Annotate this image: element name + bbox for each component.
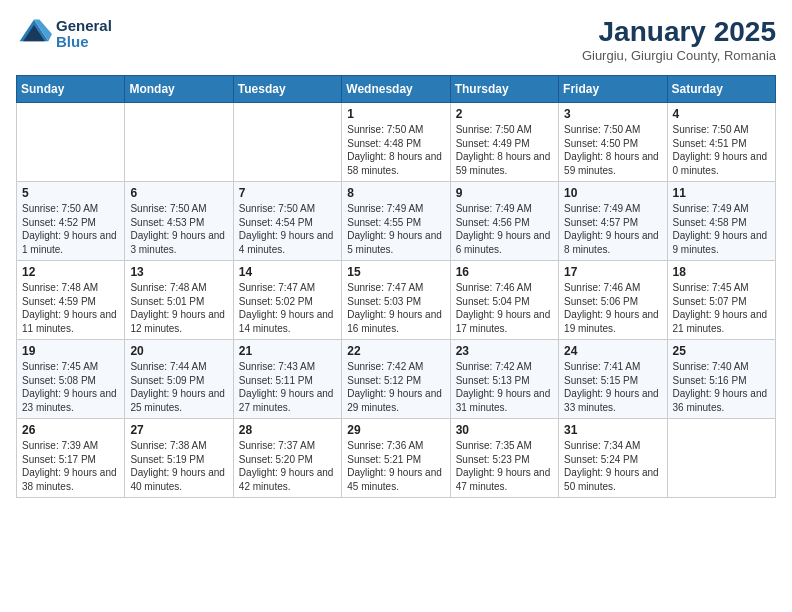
cell-content: Sunrise: 7:42 AM Sunset: 5:13 PM Dayligh…	[456, 360, 553, 414]
day-number: 26	[22, 423, 119, 437]
day-number: 28	[239, 423, 336, 437]
day-number: 31	[564, 423, 661, 437]
location-text: Giurgiu, Giurgiu County, Romania	[582, 48, 776, 63]
logo-blue-text: Blue	[56, 34, 112, 51]
month-title: January 2025	[582, 16, 776, 48]
day-number: 8	[347, 186, 444, 200]
page-header: General Blue January 2025 Giurgiu, Giurg…	[16, 16, 776, 63]
day-number: 15	[347, 265, 444, 279]
cell-content: Sunrise: 7:42 AM Sunset: 5:12 PM Dayligh…	[347, 360, 444, 414]
cell-content: Sunrise: 7:36 AM Sunset: 5:21 PM Dayligh…	[347, 439, 444, 493]
calendar-cell: 17Sunrise: 7:46 AM Sunset: 5:06 PM Dayli…	[559, 261, 667, 340]
calendar-cell: 10Sunrise: 7:49 AM Sunset: 4:57 PM Dayli…	[559, 182, 667, 261]
cell-content: Sunrise: 7:49 AM Sunset: 4:56 PM Dayligh…	[456, 202, 553, 256]
cell-content: Sunrise: 7:49 AM Sunset: 4:58 PM Dayligh…	[673, 202, 770, 256]
calendar-cell: 3Sunrise: 7:50 AM Sunset: 4:50 PM Daylig…	[559, 103, 667, 182]
cell-content: Sunrise: 7:49 AM Sunset: 4:57 PM Dayligh…	[564, 202, 661, 256]
calendar-cell: 9Sunrise: 7:49 AM Sunset: 4:56 PM Daylig…	[450, 182, 558, 261]
day-number: 12	[22, 265, 119, 279]
cell-content: Sunrise: 7:48 AM Sunset: 4:59 PM Dayligh…	[22, 281, 119, 335]
weekday-header-sunday: Sunday	[17, 76, 125, 103]
calendar-cell: 16Sunrise: 7:46 AM Sunset: 5:04 PM Dayli…	[450, 261, 558, 340]
weekday-header-wednesday: Wednesday	[342, 76, 450, 103]
weekday-header-saturday: Saturday	[667, 76, 775, 103]
cell-content: Sunrise: 7:50 AM Sunset: 4:51 PM Dayligh…	[673, 123, 770, 177]
calendar-cell: 1Sunrise: 7:50 AM Sunset: 4:48 PM Daylig…	[342, 103, 450, 182]
cell-content: Sunrise: 7:50 AM Sunset: 4:49 PM Dayligh…	[456, 123, 553, 177]
day-number: 14	[239, 265, 336, 279]
cell-content: Sunrise: 7:40 AM Sunset: 5:16 PM Dayligh…	[673, 360, 770, 414]
calendar-cell: 21Sunrise: 7:43 AM Sunset: 5:11 PM Dayli…	[233, 340, 341, 419]
day-number: 21	[239, 344, 336, 358]
calendar-table: SundayMondayTuesdayWednesdayThursdayFrid…	[16, 75, 776, 498]
cell-content: Sunrise: 7:41 AM Sunset: 5:15 PM Dayligh…	[564, 360, 661, 414]
calendar-week-row: 19Sunrise: 7:45 AM Sunset: 5:08 PM Dayli…	[17, 340, 776, 419]
calendar-cell: 13Sunrise: 7:48 AM Sunset: 5:01 PM Dayli…	[125, 261, 233, 340]
calendar-week-row: 26Sunrise: 7:39 AM Sunset: 5:17 PM Dayli…	[17, 419, 776, 498]
logo-general-text: General	[56, 18, 112, 35]
calendar-cell: 28Sunrise: 7:37 AM Sunset: 5:20 PM Dayli…	[233, 419, 341, 498]
day-number: 16	[456, 265, 553, 279]
day-number: 5	[22, 186, 119, 200]
cell-content: Sunrise: 7:48 AM Sunset: 5:01 PM Dayligh…	[130, 281, 227, 335]
calendar-cell: 5Sunrise: 7:50 AM Sunset: 4:52 PM Daylig…	[17, 182, 125, 261]
calendar-cell	[667, 419, 775, 498]
calendar-cell: 23Sunrise: 7:42 AM Sunset: 5:13 PM Dayli…	[450, 340, 558, 419]
weekday-header-tuesday: Tuesday	[233, 76, 341, 103]
cell-content: Sunrise: 7:45 AM Sunset: 5:08 PM Dayligh…	[22, 360, 119, 414]
calendar-cell	[233, 103, 341, 182]
cell-content: Sunrise: 7:47 AM Sunset: 5:02 PM Dayligh…	[239, 281, 336, 335]
calendar-cell: 19Sunrise: 7:45 AM Sunset: 5:08 PM Dayli…	[17, 340, 125, 419]
cell-content: Sunrise: 7:43 AM Sunset: 5:11 PM Dayligh…	[239, 360, 336, 414]
calendar-week-row: 1Sunrise: 7:50 AM Sunset: 4:48 PM Daylig…	[17, 103, 776, 182]
calendar-cell: 20Sunrise: 7:44 AM Sunset: 5:09 PM Dayli…	[125, 340, 233, 419]
weekday-header-thursday: Thursday	[450, 76, 558, 103]
calendar-cell: 27Sunrise: 7:38 AM Sunset: 5:19 PM Dayli…	[125, 419, 233, 498]
logo-icon	[16, 16, 52, 52]
day-number: 1	[347, 107, 444, 121]
weekday-header-monday: Monday	[125, 76, 233, 103]
calendar-cell: 14Sunrise: 7:47 AM Sunset: 5:02 PM Dayli…	[233, 261, 341, 340]
logo: General Blue	[16, 16, 112, 52]
cell-content: Sunrise: 7:50 AM Sunset: 4:53 PM Dayligh…	[130, 202, 227, 256]
cell-content: Sunrise: 7:46 AM Sunset: 5:04 PM Dayligh…	[456, 281, 553, 335]
day-number: 6	[130, 186, 227, 200]
weekday-header-row: SundayMondayTuesdayWednesdayThursdayFrid…	[17, 76, 776, 103]
weekday-header-friday: Friday	[559, 76, 667, 103]
cell-content: Sunrise: 7:47 AM Sunset: 5:03 PM Dayligh…	[347, 281, 444, 335]
cell-content: Sunrise: 7:35 AM Sunset: 5:23 PM Dayligh…	[456, 439, 553, 493]
day-number: 27	[130, 423, 227, 437]
calendar-cell: 30Sunrise: 7:35 AM Sunset: 5:23 PM Dayli…	[450, 419, 558, 498]
calendar-cell: 12Sunrise: 7:48 AM Sunset: 4:59 PM Dayli…	[17, 261, 125, 340]
calendar-cell: 18Sunrise: 7:45 AM Sunset: 5:07 PM Dayli…	[667, 261, 775, 340]
cell-content: Sunrise: 7:49 AM Sunset: 4:55 PM Dayligh…	[347, 202, 444, 256]
logo-text: General Blue	[56, 18, 112, 51]
day-number: 17	[564, 265, 661, 279]
day-number: 19	[22, 344, 119, 358]
calendar-cell: 4Sunrise: 7:50 AM Sunset: 4:51 PM Daylig…	[667, 103, 775, 182]
day-number: 4	[673, 107, 770, 121]
day-number: 9	[456, 186, 553, 200]
calendar-cell: 29Sunrise: 7:36 AM Sunset: 5:21 PM Dayli…	[342, 419, 450, 498]
calendar-cell: 2Sunrise: 7:50 AM Sunset: 4:49 PM Daylig…	[450, 103, 558, 182]
calendar-cell: 26Sunrise: 7:39 AM Sunset: 5:17 PM Dayli…	[17, 419, 125, 498]
calendar-week-row: 5Sunrise: 7:50 AM Sunset: 4:52 PM Daylig…	[17, 182, 776, 261]
cell-content: Sunrise: 7:50 AM Sunset: 4:50 PM Dayligh…	[564, 123, 661, 177]
calendar-body: 1Sunrise: 7:50 AM Sunset: 4:48 PM Daylig…	[17, 103, 776, 498]
calendar-week-row: 12Sunrise: 7:48 AM Sunset: 4:59 PM Dayli…	[17, 261, 776, 340]
calendar-cell: 25Sunrise: 7:40 AM Sunset: 5:16 PM Dayli…	[667, 340, 775, 419]
calendar-cell	[17, 103, 125, 182]
day-number: 7	[239, 186, 336, 200]
calendar-header: SundayMondayTuesdayWednesdayThursdayFrid…	[17, 76, 776, 103]
calendar-cell: 31Sunrise: 7:34 AM Sunset: 5:24 PM Dayli…	[559, 419, 667, 498]
cell-content: Sunrise: 7:50 AM Sunset: 4:52 PM Dayligh…	[22, 202, 119, 256]
day-number: 25	[673, 344, 770, 358]
cell-content: Sunrise: 7:37 AM Sunset: 5:20 PM Dayligh…	[239, 439, 336, 493]
cell-content: Sunrise: 7:38 AM Sunset: 5:19 PM Dayligh…	[130, 439, 227, 493]
cell-content: Sunrise: 7:46 AM Sunset: 5:06 PM Dayligh…	[564, 281, 661, 335]
cell-content: Sunrise: 7:34 AM Sunset: 5:24 PM Dayligh…	[564, 439, 661, 493]
calendar-cell: 8Sunrise: 7:49 AM Sunset: 4:55 PM Daylig…	[342, 182, 450, 261]
day-number: 29	[347, 423, 444, 437]
day-number: 18	[673, 265, 770, 279]
calendar-cell: 24Sunrise: 7:41 AM Sunset: 5:15 PM Dayli…	[559, 340, 667, 419]
